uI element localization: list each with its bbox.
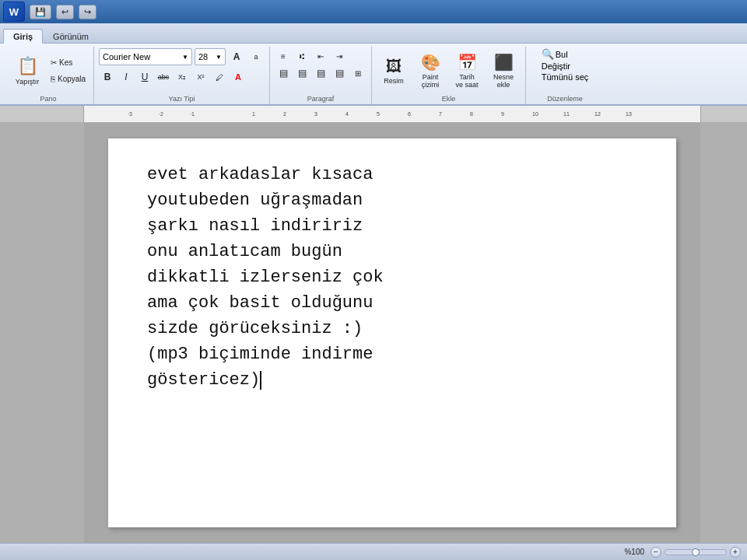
ruler-left-margin [0,106,84,122]
tab-gorunum[interactable]: Görünüm [43,29,99,43]
duzenleme-group-label: Düzenleme [547,95,583,104]
align-left-button[interactable]: ▤ [275,65,292,81]
selectall-label[interactable]: Tümünü seç [542,72,589,82]
title-bar: W 💾 ↩ ↪ [0,0,747,23]
selectall-row: Tümünü seç [542,72,589,82]
format-buttons-row: B I U abc X₂ X² 🖊 A [99,69,265,85]
ribbon-group-yazıtipi: Courier New ▼ 28 ▼ A a B I U abc X₂ X² 🖊… [94,47,270,104]
ruler: ·3 ·2 ·1 1 2 3 4 5 6 7 8 9 10 11 12 13 [0,106,747,123]
grow-font-button[interactable]: A [228,49,245,65]
size-dropdown-icon: ▼ [216,54,222,61]
copy-icon: ⎘ [51,75,55,83]
page-area[interactable]: evet arkadaslar kısaca youtubeden uğraşm… [84,123,700,543]
subscript-button[interactable]: X₂ [174,69,191,85]
document-content[interactable]: evet arkadaslar kısaca youtubeden uğraşm… [147,162,637,393]
quick-access-undo[interactable]: ↩ [56,5,74,19]
pano-small-buttons: ✂ Kes ⎘ Kopyala [50,55,89,87]
find-icon: 🔍 [542,48,554,60]
superscript-button[interactable]: X² [192,69,209,85]
font-size-selector[interactable]: 28 ▼ [195,48,226,65]
pano-group-label: Pano [40,95,56,104]
duzenleme-buttons: 🔍 Bul Değiştir Tümünü seç [542,48,589,95]
tarih-button[interactable]: 📅 Tarihve saat [450,50,484,92]
object-icon: ⬛ [494,53,514,72]
find-label: Bul [556,50,568,59]
font-controls: Courier New ▼ 28 ▼ A a B I U abc X₂ X² 🖊… [99,48,265,95]
ruler-marks-area[interactable]: ·3 ·2 ·1 1 2 3 4 5 6 7 8 9 10 11 12 13 [84,106,700,122]
quick-access-redo[interactable]: ↪ [79,5,96,19]
replace-row: Değiştir [542,61,589,71]
list-buttons-row: ≡ ⑆ ⇤ ⇥ [275,48,366,64]
align-center-button[interactable]: ▤ [293,65,310,81]
bold-button[interactable]: B [99,69,116,85]
resim-button[interactable]: 🖼 Resim [377,50,411,92]
text-cursor [260,371,261,390]
right-sidebar [700,123,747,543]
zoom-thumb[interactable] [692,548,700,556]
kopyala-button[interactable]: ⎘ Kopyala [50,72,89,87]
font-selector[interactable]: Courier New ▼ [99,48,192,65]
bullets-button[interactable]: ≡ [275,48,292,64]
paint-button[interactable]: 🎨 Paintçizimi [413,50,447,92]
ribbon: 📋 Yapıştır ✂ Kes ⎘ Kopyala Pano Courier … [0,44,747,106]
find-row: 🔍 Bul [542,48,589,60]
status-bar: %100 − + [0,543,747,560]
font-dropdown-icon: ▼ [182,54,188,61]
quick-access-save[interactable]: 💾 [30,5,51,19]
ribbon-group-ekle: 🖼 Resim 🎨 Paintçizimi 📅 Tarihve saat ⬛ N… [372,47,526,104]
nesne-button[interactable]: ⬛ Nesneekle [486,50,521,92]
font-name-row: Courier New ▼ 28 ▼ A a [99,48,265,65]
main-area: evet arkadaslar kısaca youtubeden uğraşm… [0,123,747,543]
font-color-button[interactable]: A [230,69,247,85]
ekle-buttons: 🖼 Resim 🎨 Paintçizimi 📅 Tarihve saat ⬛ N… [377,48,521,95]
paste-label: Yapıştır [16,78,39,86]
ruler-right-margin [700,106,747,122]
cut-icon: ✂ [51,58,57,67]
align-right-button[interactable]: ▤ [312,65,329,81]
kes-button[interactable]: ✂ Kes [50,55,89,71]
yazıtipi-group-label: Yazı Tipi [169,95,195,104]
zoom-in-button[interactable]: + [730,547,741,558]
ribbon-group-paragraf: ≡ ⑆ ⇤ ⇥ ▤ ▤ ▤ ▤ ⊞ Paragraf [270,47,372,104]
justify-button[interactable]: ▤ [331,65,348,81]
highlight-button[interactable]: 🖊 [211,69,228,85]
paragraf-group-label: Paragraf [307,95,335,104]
calendar-icon: 📅 [458,53,477,72]
ribbon-tabs: Giriş Görünüm [0,23,747,44]
numbered-button[interactable]: ⑆ [293,48,310,64]
ekle-group-label: Ekle [442,95,456,104]
paragraph-controls: ≡ ⑆ ⇤ ⇥ ▤ ▤ ▤ ▤ ⊞ [275,48,366,95]
paste-icon: 📋 [17,56,38,76]
zoom-out-button[interactable]: − [651,547,661,558]
paint-icon: 🎨 [421,53,440,72]
shrink-font-button[interactable]: a [247,49,265,65]
align-buttons-row: ▤ ▤ ▤ ▤ ⊞ [275,65,366,81]
replace-label[interactable]: Değiştir [542,61,570,71]
ribbon-group-pano: 📋 Yapıştır ✂ Kes ⎘ Kopyala Pano [3,47,94,104]
ribbon-group-duzenleme: 🔍 Bul Değiştir Tümünü seç Düzenleme [526,47,604,104]
left-sidebar [0,123,84,543]
indent-button[interactable]: ⇥ [331,48,348,64]
zoom-slider[interactable] [665,549,727,555]
italic-button[interactable]: I [117,69,135,85]
paste-button[interactable]: 📋 Yapıştır [8,50,47,92]
zoom-level-label: %100 [624,548,644,556]
columns-button[interactable]: ⊞ [349,65,366,81]
strikethrough-button[interactable]: abc [155,69,172,85]
image-icon: 🖼 [386,58,402,75]
zoom-controls: %100 − + [624,547,741,558]
tab-giris[interactable]: Giriş [3,29,43,44]
outdent-button[interactable]: ⇤ [312,48,329,64]
office-button[interactable]: W [3,2,25,22]
underline-button[interactable]: U [136,69,153,85]
document-page[interactable]: evet arkadaslar kısaca youtubeden uğraşm… [108,138,676,527]
